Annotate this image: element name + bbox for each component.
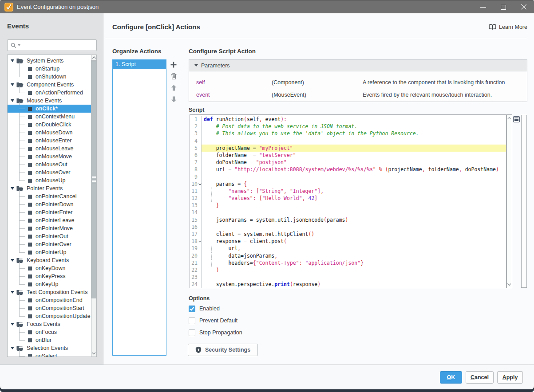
plus-icon	[170, 61, 177, 68]
tree-item-onClick[interactable]: onClick*	[8, 105, 91, 113]
tree-item-onShutdown[interactable]: onShutdown	[8, 73, 91, 81]
tree-item-onMouseOver[interactable]: onMouseOver	[8, 169, 91, 176]
move-down-action-button[interactable]	[169, 95, 178, 104]
tree-item-label: onPointerOut	[36, 233, 68, 239]
tree-item-onDoubleClick[interactable]: onDoubleClick	[8, 121, 91, 129]
event-icon	[28, 251, 32, 255]
learn-more-link[interactable]: Learn More	[489, 24, 527, 30]
panel-title: Events	[7, 22, 29, 30]
security-settings-button[interactable]: Security Settings	[188, 344, 258, 356]
search-box[interactable]	[7, 39, 97, 51]
tree-item-onBlur[interactable]: onBlur	[8, 336, 91, 344]
tree-item-onKeyDown[interactable]: onKeyDown	[8, 264, 91, 272]
tree-item-label: onMouseOut	[36, 161, 67, 168]
tree-group-focus-events[interactable]: Focus Events	[8, 320, 91, 328]
parameters-header[interactable]: Parameters	[189, 60, 527, 71]
scroll-down-button[interactable]	[92, 351, 95, 354]
tree-item-onPointerCancel[interactable]: onPointerCancel	[8, 192, 91, 200]
tree-item-onPointerUp[interactable]: onPointerUp	[8, 248, 91, 256]
folder-icon	[16, 290, 24, 295]
actions-list[interactable]: 1. Script	[112, 59, 166, 356]
caret-down-icon[interactable]	[11, 187, 14, 190]
tree-item-onKeyPress[interactable]: onKeyPress	[8, 272, 91, 280]
tree-group-label: Keyboard Events	[27, 257, 69, 263]
apply-button[interactable]: Apply	[497, 371, 523, 384]
add-action-button[interactable]	[169, 60, 178, 69]
search-input[interactable]	[20, 42, 96, 48]
event-icon	[28, 219, 32, 223]
scroll-down-button[interactable]	[507, 282, 511, 286]
checkbox-prevent-default[interactable]: Prevent Default	[189, 317, 242, 324]
scroll-up-button[interactable]	[91, 55, 96, 61]
caret-down-icon[interactable]	[11, 323, 14, 325]
line-number: 5	[190, 145, 202, 152]
titlebar[interactable]: Event Configuration on postjson	[0, 0, 534, 13]
tree-item-onMouseOut[interactable]: onMouseOut	[8, 161, 91, 169]
checkbox-stop-propagation[interactable]: Stop Propagation	[189, 329, 242, 336]
tree-item-onPointerDown[interactable]: onPointerDown	[8, 200, 91, 208]
tree-group-system-events[interactable]: System Events	[8, 57, 91, 65]
checkbox-enabled[interactable]: Enabled	[189, 305, 242, 312]
tree-group-mouse-events[interactable]: Mouse Events	[8, 97, 91, 105]
caret-down-icon[interactable]	[11, 291, 14, 294]
checkbox-unchecked-icon[interactable]	[189, 318, 195, 324]
script-editor[interactable]: 1def runAction(self, event):2 # Post dat…	[190, 114, 506, 288]
fold-collapse-icon[interactable]	[198, 239, 202, 243]
tree-group-keyboard-events[interactable]: Keyboard Events	[8, 256, 91, 264]
event-icon	[28, 195, 32, 199]
maximize-button[interactable]	[493, 0, 514, 14]
caret-down-icon[interactable]	[11, 83, 14, 86]
tree-item-onFocus[interactable]: onFocus	[8, 328, 91, 336]
document-outline-icon[interactable]	[513, 116, 520, 122]
tree-item-onPointerOut[interactable]: onPointerOut	[8, 232, 91, 240]
tree-item-onContextMenu[interactable]: onContextMenu	[8, 113, 91, 121]
line-number: 16	[190, 223, 202, 231]
tree-item-onMouseLeave[interactable]: onMouseLeave	[8, 145, 91, 153]
tree-item-onMouseDown[interactable]: onMouseDown	[8, 129, 91, 137]
scroll-up-button[interactable]	[507, 117, 511, 121]
tree-group-component-events[interactable]: Component Events	[8, 81, 91, 89]
tree-item-label: onKeyDown	[36, 265, 65, 271]
delete-action-button[interactable]	[169, 72, 178, 81]
action-list-item[interactable]: 1. Script	[113, 60, 166, 69]
event-icon	[28, 227, 32, 231]
tree-item-onPointerLeave[interactable]: onPointerLeave	[8, 216, 91, 224]
checkbox-checked-icon[interactable]	[189, 306, 195, 312]
scrollbar-thumb[interactable]	[91, 61, 96, 298]
tree-item-onCompositionStart[interactable]: onCompositionStart	[8, 304, 91, 312]
editor-scrollbar[interactable]	[506, 114, 512, 288]
close-button[interactable]	[514, 0, 534, 14]
parameter-type: (Component)	[272, 79, 363, 86]
fold-collapse-icon[interactable]	[198, 182, 202, 185]
tree-item-onPointerMove[interactable]: onPointerMove	[8, 224, 91, 232]
tree-group-text-composition-events[interactable]: Text Composition Events	[8, 288, 91, 296]
events-tree[interactable]: System EventsonStartuponShutdownComponen…	[7, 55, 91, 357]
tree-item-onPointerOver[interactable]: onPointerOver	[8, 240, 91, 248]
tree-item-label: onFocus	[36, 329, 57, 335]
tree-scrollbar[interactable]	[91, 55, 97, 357]
tree-group-pointer-events[interactable]: Pointer Events	[8, 184, 91, 192]
caret-down-icon[interactable]	[11, 99, 14, 102]
tree-item-onMouseEnter[interactable]: onMouseEnter	[8, 137, 91, 145]
code-line: 18 response = client.post(	[190, 238, 506, 245]
caret-down-icon[interactable]	[11, 59, 14, 62]
caret-down-icon[interactable]	[11, 347, 14, 349]
tree-item-onPointerEnter[interactable]: onPointerEnter	[8, 208, 91, 216]
tree-item-onKeyUp[interactable]: onKeyUp	[8, 280, 91, 288]
ok-button[interactable]: OK	[440, 371, 462, 384]
tree-item-onMouseUp[interactable]: onMouseUp	[8, 176, 91, 184]
tree-item-onStartup[interactable]: onStartup	[8, 65, 91, 73]
minimize-icon	[480, 7, 486, 8]
move-up-action-button[interactable]	[169, 83, 178, 92]
tree-item-onMouseMove[interactable]: onMouseMove	[8, 153, 91, 161]
cancel-button[interactable]: Cancel	[466, 371, 494, 384]
tree-item-label: onMouseDown	[36, 129, 72, 136]
minimize-button[interactable]	[473, 0, 493, 14]
tree-group-selection-events[interactable]: Selection Events	[8, 344, 91, 352]
checkbox-unchecked-icon[interactable]	[189, 329, 195, 336]
tree-item-onCompositionEnd[interactable]: onCompositionEnd	[8, 296, 91, 304]
tree-item-onSelect[interactable]: onSelect	[8, 352, 91, 357]
tree-item-onActionPerformed[interactable]: onActionPerformed	[8, 89, 91, 97]
tree-item-onCompositionUpdate[interactable]: onCompositionUpdate	[8, 312, 91, 320]
caret-down-icon[interactable]	[11, 259, 14, 262]
